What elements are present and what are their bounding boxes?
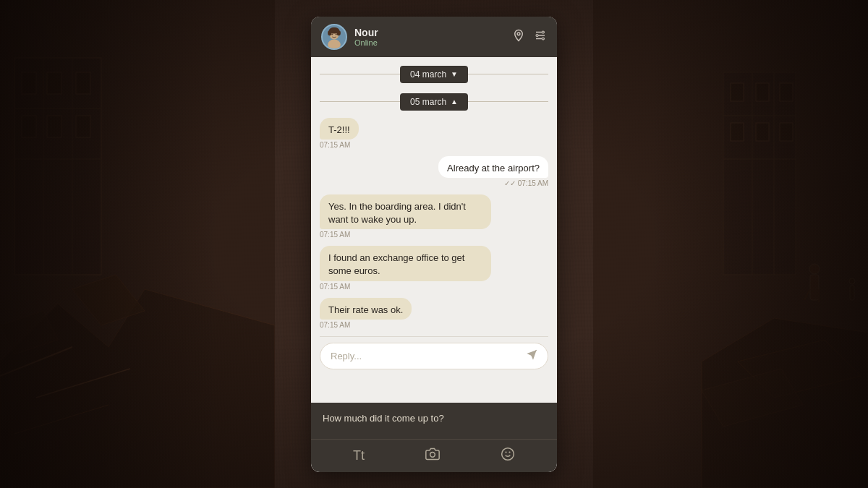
svg-rect-30	[780, 123, 793, 141]
message-row: Yes. In the boarding area. I didn't want…	[320, 194, 491, 241]
svg-rect-9	[76, 72, 90, 94]
svg-point-42	[328, 39, 341, 49]
svg-point-53	[542, 31, 544, 33]
divider-line-left-2	[320, 101, 400, 102]
reply-area: Reply...	[320, 336, 548, 372]
message-time: 07:15 AM	[320, 321, 350, 329]
date-divider-05-march[interactable]: 05 march ▲	[320, 93, 548, 111]
svg-rect-10	[22, 116, 36, 137]
message-row: I found an exchange office to get some e…	[320, 246, 491, 293]
svg-rect-28	[731, 123, 744, 141]
header-actions	[512, 29, 547, 45]
chevron-down-icon: ▼	[451, 70, 458, 78]
bg-art-right	[593, 0, 868, 488]
messages-area: 04 march ▼ 05 march ▲ T-2!!! 07:15 AM Al…	[311, 57, 557, 403]
svg-rect-36	[850, 286, 854, 300]
svg-point-47	[337, 30, 341, 35]
divider-line-right	[468, 74, 548, 74]
message-row: T-2!!! 07:15 AM	[320, 118, 359, 152]
read-receipt-icon: ✓✓	[504, 179, 516, 187]
time-label: 07:15 AM	[518, 179, 548, 187]
compose-area: How much did it come up to? Tt	[311, 403, 557, 472]
svg-rect-29	[756, 123, 769, 141]
message-time: 07:15 AM	[320, 231, 350, 239]
divider-line-right-2	[468, 101, 548, 102]
svg-point-48	[517, 32, 520, 35]
date-divider-04-march[interactable]: 04 march ▼	[320, 66, 548, 83]
svg-point-43	[331, 33, 333, 35]
message-bubble: Yes. In the boarding area. I didn't want…	[320, 194, 491, 229]
camera-icon[interactable]	[425, 447, 440, 465]
svg-rect-32	[810, 275, 819, 300]
message-bubble: Already at the airport?	[438, 156, 548, 178]
svg-marker-56	[527, 350, 536, 359]
chat-header: Nour Online	[311, 17, 557, 57]
svg-point-58	[502, 448, 514, 460]
settings-icon[interactable]	[534, 29, 547, 45]
reply-placeholder[interactable]: Reply...	[331, 351, 362, 361]
divider-line-left	[320, 74, 400, 74]
date-label-05: 05 march	[410, 97, 446, 107]
svg-point-46	[328, 30, 331, 35]
message-time: 07:15 AM	[320, 283, 350, 291]
svg-point-37	[849, 278, 855, 284]
contact-name: Nour	[354, 27, 505, 38]
message-time: ✓✓ 07:15 AM	[504, 179, 548, 187]
svg-rect-7	[22, 72, 36, 94]
svg-rect-11	[47, 116, 61, 137]
svg-rect-25	[731, 83, 744, 101]
message-row: Already at the airport? ✓✓ 07:15 AM	[438, 156, 548, 190]
compose-toolbar: Tt	[311, 439, 557, 472]
svg-rect-8	[47, 72, 61, 94]
svg-point-57	[430, 452, 435, 457]
text-format-icon[interactable]: Tt	[353, 448, 365, 463]
chevron-up-icon: ▲	[451, 98, 458, 106]
message-text: Yes. In the boarding area. I didn't want…	[328, 201, 466, 225]
message-text: T-2!!!	[328, 124, 350, 135]
message-row: Their rate was ok. 07:15 AM	[320, 298, 412, 332]
svg-point-54	[542, 38, 544, 40]
message-text: I found an exchange office to get some e…	[328, 252, 464, 276]
avatar	[321, 24, 347, 50]
svg-rect-26	[756, 83, 769, 101]
emoji-icon[interactable]	[501, 447, 515, 465]
date-label-04: 04 march	[410, 69, 446, 80]
svg-rect-12	[76, 116, 90, 137]
message-time: 07:15 AM	[320, 141, 350, 149]
svg-point-44	[336, 33, 337, 35]
message-text: Already at the airport?	[447, 163, 540, 174]
svg-point-52	[536, 34, 538, 36]
chat-window: Nour Online	[311, 17, 557, 472]
svg-rect-20	[723, 72, 796, 275]
message-bubble: Their rate was ok.	[320, 298, 412, 320]
send-icon[interactable]	[526, 349, 537, 363]
date-badge-04-march[interactable]: 04 march ▼	[400, 66, 468, 83]
location-icon[interactable]	[512, 29, 525, 45]
contact-info: Nour Online	[354, 27, 505, 47]
message-text: Their rate was ok.	[328, 304, 403, 315]
date-badge-05-march[interactable]: 05 march ▲	[400, 93, 468, 111]
svg-rect-27	[780, 83, 793, 101]
bg-art-left	[0, 0, 275, 488]
reply-input-container[interactable]: Reply...	[320, 343, 548, 369]
contact-status: Online	[354, 38, 505, 47]
compose-text[interactable]: How much did it come up to?	[311, 403, 557, 439]
message-bubble: T-2!!!	[320, 118, 359, 140]
svg-point-33	[809, 264, 820, 274]
message-bubble: I found an exchange office to get some e…	[320, 246, 491, 281]
